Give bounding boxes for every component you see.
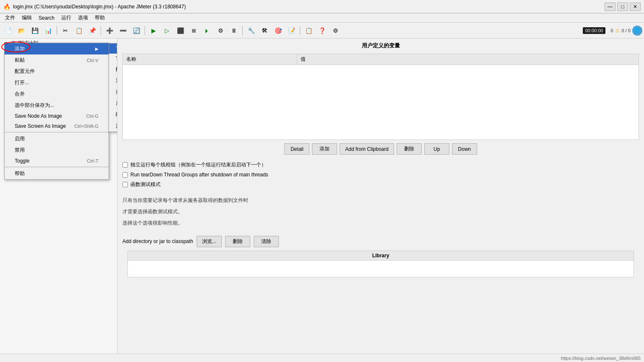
submenu-config[interactable]: 配置元件 ▶	[109, 64, 117, 75]
toolbar-clear-all[interactable]: 🛠	[258, 25, 271, 36]
check-functest-label: 函数测试模式	[130, 181, 161, 188]
toolbar-open[interactable]: 📂	[15, 25, 28, 36]
toolbar-copy[interactable]: 📋	[73, 25, 85, 36]
submenu-preprocessor[interactable]: 前置处理器 ▶	[109, 86, 117, 98]
up-button[interactable]: Up	[424, 143, 449, 155]
toolbar-saveas[interactable]: 📊	[42, 25, 55, 36]
close-button[interactable]: ✕	[630, 3, 641, 11]
toolbar-cut[interactable]: ✂	[59, 25, 72, 36]
clear-button[interactable]: 清除	[254, 236, 279, 247]
toolbar-start[interactable]: ▶	[147, 25, 160, 36]
toolbar-expand[interactable]: ➕	[103, 25, 116, 36]
toolbar-remote-opts[interactable]: ⚙	[214, 25, 227, 36]
ctx-add-arrow: ▶	[95, 47, 99, 51]
ctx-save-screen[interactable]: Save Screen As Image Ctrl+Shift-G	[5, 121, 109, 131]
ctx-disable-label: 禁用	[15, 147, 25, 154]
toolbar-new[interactable]: 📄	[2, 25, 14, 36]
ctx-toggle-shortcut: Ctrl-T	[87, 158, 99, 163]
warning-count: 0	[610, 28, 613, 33]
toolbar-list[interactable]: 📋	[302, 25, 315, 36]
menu-options[interactable]: 选项	[75, 14, 91, 22]
right-panel: 用户定义的变量 名称 值 Detail 添加 Add from Clipboar…	[117, 39, 644, 354]
submenu-test-fragment[interactable]: Test Fragment ▶	[109, 54, 117, 64]
submenu-listener[interactable]: 监听器 ▶	[109, 120, 117, 132]
ctx-add[interactable]: 添加 ▶	[5, 43, 109, 54]
task-count: 0 / 0	[622, 28, 631, 33]
ctx-paste-label: 粘贴	[15, 57, 25, 64]
menu-search[interactable]: Search	[35, 14, 58, 22]
menu-file[interactable]: 文件	[2, 14, 18, 22]
title-bar: 🔥 login.jmx (C:\Users\youda\Desktop\logi…	[0, 0, 644, 13]
globe-button[interactable]: 🌐	[632, 26, 642, 36]
detail-button[interactable]: Detail	[284, 143, 309, 155]
add-submenu: Threads (Users) ▶ bzm - Arrivals Thread …	[109, 43, 117, 132]
maximize-button[interactable]: □	[617, 3, 628, 11]
sep4	[242, 26, 243, 35]
ctx-config[interactable]: 配置元件	[5, 66, 109, 77]
toolbar-start-no-pause[interactable]: ▷	[161, 25, 173, 36]
toolbar-remote-start[interactable]: ⏵	[201, 25, 213, 36]
toolbar-reset[interactable]: 🔄	[130, 25, 143, 36]
col-value: 值	[297, 54, 639, 65]
status-text: https://blog.csdn.net/weixin_38d4m065	[561, 356, 641, 361]
toolbar-paste[interactable]: 📌	[86, 25, 99, 36]
button-row: Detail 添加 Add from Clipboard 删除 Up Down	[117, 140, 644, 158]
library-table: Library	[127, 251, 634, 277]
toolbar-stop[interactable]: ⬛	[174, 25, 187, 36]
submenu-threads[interactable]: Threads (Users) ▶ bzm - Arrivals Thread …	[109, 44, 117, 54]
submenu-assertion[interactable]: 断言 ▶	[109, 109, 117, 120]
left-panel: ▼ 🔷 测试计划 🔹 数 🔹 数 🔹 数 🔹 数 🔹 数 🔹 数	[0, 39, 117, 354]
toolbar-template[interactable]: 📝	[285, 25, 298, 36]
check-teardown-label: Run tearDown Thread Groups after shutdow…	[130, 172, 268, 178]
check-independent[interactable]	[122, 162, 128, 168]
ctx-merge[interactable]: 合并	[5, 88, 109, 100]
delete-button[interactable]: 删除	[397, 143, 422, 155]
add-button[interactable]: 添加	[312, 143, 337, 155]
toolbar-right: 00:00:00 0 ⚠ 0 / 0 🌐	[583, 26, 642, 36]
toolbar-help[interactable]: ❓	[316, 25, 328, 36]
menu-bar: 文件 编辑 Search 运行 选项 帮助	[0, 13, 644, 23]
toolbar-shutdown[interactable]: ⏹	[187, 25, 200, 36]
ctx-sep2	[5, 167, 109, 167]
context-menu: 添加 ▶ 粘贴 Ctrl-V 配置元件 打开... 合并 选中部分保存为...	[4, 43, 109, 180]
ctx-paste[interactable]: 粘贴 Ctrl-V	[5, 54, 109, 66]
add-clipboard-button[interactable]: Add from Clipboard	[340, 143, 394, 155]
toolbar-collapse[interactable]: ➖	[117, 25, 129, 36]
sep1	[57, 26, 57, 35]
submenu-postprocessor[interactable]: 后置处理器 ▶	[109, 98, 117, 109]
status-bar: https://blog.csdn.net/weixin_38d4m065	[0, 354, 644, 362]
ctx-open[interactable]: 打开...	[5, 77, 109, 88]
menu-help[interactable]: 帮助	[91, 14, 108, 22]
minimize-button[interactable]: —	[605, 3, 615, 11]
toolbar-remote-stop[interactable]: ⏸	[228, 25, 240, 36]
toolbar: 📄 📂 💾 📊 ✂ 📋 📌 ➕ ➖ 🔄 ▶ ▷ ⬛ ⏹ ⏵ ⚙ ⏸ 🔧 🛠 🎯 …	[0, 23, 644, 39]
ctx-enable[interactable]: 启用	[5, 133, 109, 145]
ctx-toggle[interactable]: Toggle Ctrl-T	[5, 156, 109, 166]
delete-classpath-button[interactable]: 删除	[225, 236, 250, 247]
toolbar-clear[interactable]: 🔧	[245, 25, 257, 36]
ctx-helpitem[interactable]: 帮助	[5, 168, 109, 179]
submenu-timer[interactable]: 定时器 ▶	[109, 75, 117, 86]
ctx-enable-label: 启用	[15, 135, 25, 142]
ctx-save-part[interactable]: 选中部分保存为...	[5, 100, 109, 111]
main-layout: ▼ 🔷 测试计划 🔹 数 🔹 数 🔹 数 🔹 数 🔹 数 🔹 数	[0, 39, 644, 354]
check-teardown[interactable]	[122, 172, 128, 178]
browse-button[interactable]: 浏览...	[197, 236, 222, 247]
check-row-2: Run tearDown Thread Groups after shutdow…	[122, 172, 639, 178]
menu-run[interactable]: 运行	[58, 14, 75, 22]
warning-icon: ⚠	[615, 27, 620, 34]
ctx-save-node[interactable]: Save Node As Image Ctrl-G	[5, 111, 109, 121]
ctx-disable[interactable]: 禁用	[5, 145, 109, 156]
ctx-toggle-label: Toggle	[15, 158, 29, 164]
toolbar-function[interactable]: 🎯	[272, 25, 284, 36]
ctx-sep1	[5, 132, 109, 132]
toolbar-save[interactable]: 💾	[29, 25, 41, 36]
menu-edit[interactable]: 编辑	[18, 14, 35, 22]
classpath-label: Add directory or jar to classpath	[122, 238, 193, 244]
ctx-help-label: 帮助	[15, 170, 25, 177]
library-row-empty	[128, 260, 634, 277]
check-functest[interactable]	[122, 182, 128, 187]
library-col: Library	[128, 251, 634, 260]
down-button[interactable]: Down	[452, 143, 477, 155]
toolbar-settings[interactable]: ⚙	[329, 25, 342, 36]
